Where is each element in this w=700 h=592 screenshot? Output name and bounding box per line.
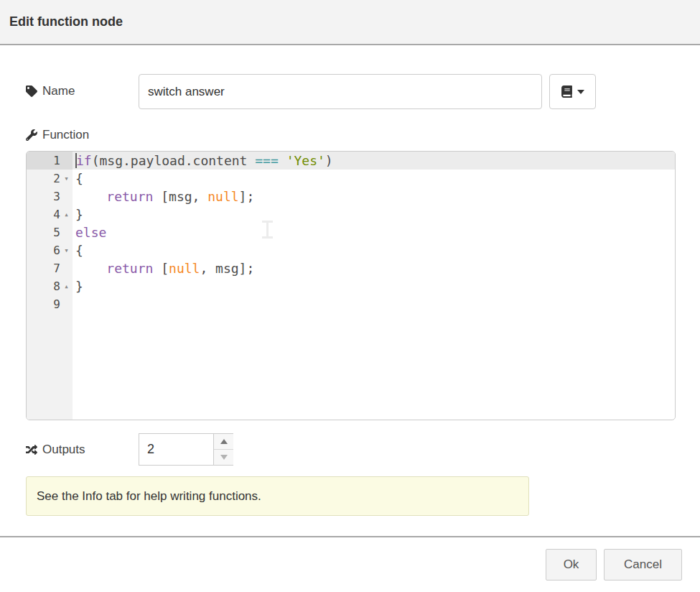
line-number-cell[interactable]: 6▾ bbox=[27, 241, 73, 259]
line-number-cell[interactable]: 9 bbox=[27, 295, 73, 313]
dialog-footer: Ok Cancel bbox=[0, 536, 700, 592]
line-number-cell[interactable]: 2▾ bbox=[27, 170, 73, 188]
outputs-label-text: Outputs bbox=[42, 443, 85, 457]
code-line-text: } bbox=[73, 205, 675, 223]
spinner-down-button[interactable] bbox=[214, 450, 233, 465]
outputs-label: Outputs bbox=[26, 433, 85, 466]
editor-filler-row bbox=[27, 313, 675, 420]
mouse-ibeam-cursor bbox=[261, 221, 275, 239]
function-label: Function bbox=[26, 125, 89, 145]
code-line-text: return [null, msg]; bbox=[73, 259, 675, 277]
editor-line[interactable]: 2▾{ bbox=[27, 170, 675, 188]
dialog-title: Edit function node bbox=[9, 14, 123, 29]
line-number-cell[interactable]: 1 bbox=[27, 152, 73, 170]
editor-line[interactable]: 4▴} bbox=[27, 205, 675, 223]
caret-down-icon bbox=[577, 90, 584, 94]
info-tip: See the Info tab for help writing functi… bbox=[26, 476, 529, 516]
editor-gutter bbox=[27, 313, 73, 420]
name-input[interactable] bbox=[139, 74, 542, 109]
editor-line[interactable]: 6▾{ bbox=[27, 241, 675, 259]
fold-open-icon[interactable]: ▾ bbox=[60, 246, 73, 255]
line-number-cell[interactable]: 8▴ bbox=[27, 277, 73, 295]
book-icon bbox=[561, 85, 573, 98]
shuffle-icon bbox=[26, 444, 37, 455]
name-label: Name bbox=[26, 74, 75, 108]
name-label-text: Name bbox=[42, 84, 75, 98]
code-line-text: } bbox=[73, 277, 675, 295]
fold-open-icon[interactable]: ▾ bbox=[60, 174, 73, 183]
spinner-buttons bbox=[213, 434, 233, 465]
spinner-up-button[interactable] bbox=[214, 434, 233, 450]
dialog-header: Edit function node bbox=[0, 0, 700, 45]
editor-line[interactable]: 8▴} bbox=[27, 277, 675, 295]
info-tip-text: See the Info tab for help writing functi… bbox=[37, 489, 261, 504]
ok-button[interactable]: Ok bbox=[546, 549, 597, 581]
editor-line[interactable]: 1if(msg.payload.content === 'Yes') bbox=[27, 152, 675, 170]
outputs-input[interactable] bbox=[139, 434, 213, 465]
code-line-text: else bbox=[73, 223, 675, 241]
editor-line[interactable]: 3 return [msg, null]; bbox=[27, 188, 675, 205]
code-line-text: return [msg, null]; bbox=[73, 188, 675, 205]
code-line-text bbox=[73, 295, 675, 313]
code-line-text: if(msg.payload.content === 'Yes') bbox=[73, 152, 675, 170]
line-number-cell[interactable]: 4▴ bbox=[27, 205, 73, 223]
library-button[interactable] bbox=[549, 74, 596, 109]
code-line-text: { bbox=[73, 241, 675, 259]
tag-icon bbox=[26, 85, 37, 97]
line-number-cell[interactable]: 5 bbox=[27, 223, 73, 241]
outputs-spinner bbox=[139, 433, 233, 466]
function-label-text: Function bbox=[42, 128, 89, 142]
edit-function-node-dialog: Edit function node Name Function 1if(msg… bbox=[0, 0, 700, 592]
wrench-icon bbox=[26, 129, 37, 141]
editor-empty-area[interactable] bbox=[73, 313, 675, 420]
fold-close-icon[interactable]: ▴ bbox=[60, 282, 73, 291]
line-number-cell[interactable]: 7 bbox=[27, 259, 73, 277]
editor-line[interactable]: 7 return [null, msg]; bbox=[27, 259, 675, 277]
code-editor[interactable]: 1if(msg.payload.content === 'Yes')2▾{3 r… bbox=[26, 151, 676, 420]
code-line-text: { bbox=[73, 170, 675, 188]
line-number-cell[interactable]: 3 bbox=[27, 188, 73, 205]
triangle-up-icon bbox=[220, 439, 228, 444]
editor-line[interactable]: 5else bbox=[27, 223, 675, 241]
fold-close-icon[interactable]: ▴ bbox=[60, 210, 73, 219]
editor-line[interactable]: 9 bbox=[27, 295, 675, 313]
triangle-down-icon bbox=[220, 455, 228, 460]
cancel-button[interactable]: Cancel bbox=[604, 549, 682, 581]
